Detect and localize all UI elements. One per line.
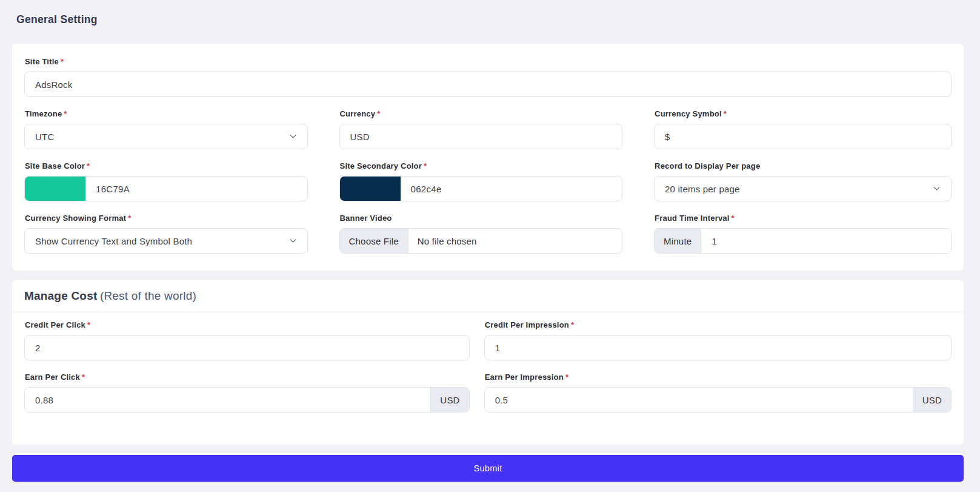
currency-format-label: Currency Showing Format* <box>25 214 308 223</box>
timezone-selected-value: UTC <box>35 132 54 142</box>
choose-file-button[interactable]: Choose File <box>340 229 408 253</box>
field-site-title: Site Title* <box>24 57 952 97</box>
row-earn: Earn Per Click* USD Earn Per Impression*… <box>24 372 952 413</box>
site-secondary-color-label-text: Site Secondary Color <box>340 161 422 170</box>
row-timezone-currency-symbol: Timezone* UTC Currency* Currency Symbol* <box>24 109 952 149</box>
earn-per-impression-group: USD <box>484 387 952 413</box>
field-currency-format: Currency Showing Format* Show Currency T… <box>24 214 308 254</box>
currency-symbol-label: Currency Symbol* <box>655 109 952 118</box>
required-asterisk: * <box>424 161 427 170</box>
manage-cost-card: Manage Cost (Rest of the world) Credit P… <box>12 280 964 445</box>
manage-cost-subtitle: (Rest of the world) <box>100 289 196 302</box>
currency-format-selected-value: Show Currency Text and Symbol Both <box>35 236 192 246</box>
field-site-secondary-color: Site Secondary Color* 062c4e <box>339 161 623 201</box>
field-credit-per-impression: Credit Per Impression* <box>484 320 952 360</box>
fraud-time-interval-group: Minute <box>654 228 952 254</box>
earn-per-click-group: USD <box>24 387 470 413</box>
chevron-down-icon <box>288 132 298 142</box>
usd-addon-label: USD <box>430 388 468 412</box>
banner-video-file-input[interactable]: Choose File No file chosen <box>339 228 623 254</box>
currency-format-select[interactable]: Show Currency Text and Symbol Both <box>24 228 308 254</box>
records-per-page-label: Record to Display Per page <box>655 161 952 170</box>
manage-cost-title: Manage Cost <box>24 289 97 302</box>
site-secondary-color-label: Site Secondary Color* <box>340 161 623 170</box>
earn-per-click-label: Earn Per Click* <box>25 372 470 382</box>
currency-label: Currency* <box>340 109 623 118</box>
chevron-down-icon <box>288 236 298 246</box>
field-site-base-color: Site Base Color* 16C79A <box>24 161 308 201</box>
minute-addon-label: Minute <box>655 229 701 253</box>
required-asterisk: * <box>87 320 90 329</box>
credit-per-click-label-text: Credit Per Click <box>25 320 85 329</box>
required-asterisk: * <box>61 57 64 66</box>
currency-symbol-input[interactable] <box>654 124 952 149</box>
records-per-page-label-text: Record to Display Per page <box>655 161 760 170</box>
earn-per-click-label-text: Earn Per Click <box>25 372 80 382</box>
banner-video-label: Banner Video <box>340 214 623 223</box>
base-color-hex-value: 16C79A <box>85 177 140 201</box>
credit-per-impression-label-text: Credit Per Impression <box>485 320 569 329</box>
credit-per-impression-input[interactable] <box>484 335 952 360</box>
secondary-color-hex-value: 062c4e <box>401 177 452 201</box>
field-currency-symbol: Currency Symbol* <box>654 109 952 149</box>
field-earn-per-impression: Earn Per Impression* USD <box>484 372 952 413</box>
required-asterisk: * <box>82 372 85 382</box>
manage-cost-body: Credit Per Click* Credit Per Impression*… <box>12 312 964 445</box>
banner-video-label-text: Banner Video <box>340 214 392 223</box>
field-currency: Currency* <box>339 109 623 149</box>
earn-per-impression-label-text: Earn Per Impression <box>485 372 564 382</box>
site-title-label: Site Title* <box>25 57 952 66</box>
credit-per-click-label: Credit Per Click* <box>25 320 470 329</box>
field-earn-per-click: Earn Per Click* USD <box>24 372 470 413</box>
fraud-time-interval-input[interactable] <box>701 229 951 253</box>
row-format-video-fraud: Currency Showing Format* Show Currency T… <box>24 214 952 254</box>
site-base-color-input[interactable]: 16C79A <box>24 176 308 201</box>
timezone-select[interactable]: UTC <box>24 124 308 149</box>
credit-per-click-input[interactable] <box>24 335 470 360</box>
required-asterisk: * <box>732 214 735 223</box>
usd-addon-label: USD <box>913 388 951 412</box>
field-banner-video: Banner Video Choose File No file chosen <box>339 214 623 254</box>
manage-cost-header: Manage Cost (Rest of the world) <box>12 280 964 312</box>
currency-label-text: Currency <box>340 109 376 118</box>
required-asterisk: * <box>64 109 67 118</box>
site-base-color-label-text: Site Base Color <box>25 161 85 170</box>
settings-page: General Setting Site Title* Timezone* UT… <box>0 0 980 482</box>
earn-per-impression-label: Earn Per Impression* <box>485 372 952 382</box>
chevron-down-icon <box>932 184 942 194</box>
site-base-color-label: Site Base Color* <box>25 161 308 170</box>
submit-button[interactable]: Submit <box>12 455 964 482</box>
secondary-color-swatch[interactable] <box>340 177 401 201</box>
site-title-input[interactable] <box>24 72 952 97</box>
fraud-time-interval-label: Fraud Time Interval* <box>655 214 952 223</box>
earn-per-impression-input[interactable] <box>485 388 913 412</box>
base-color-swatch[interactable] <box>25 177 85 201</box>
earn-per-click-input[interactable] <box>25 388 430 412</box>
fraud-time-interval-label-text: Fraud Time Interval <box>655 214 730 223</box>
currency-symbol-label-text: Currency Symbol <box>655 109 722 118</box>
row-colors-records: Site Base Color* 16C79A Site Secondary C… <box>24 161 952 201</box>
required-asterisk: * <box>377 109 380 118</box>
field-timezone: Timezone* UTC <box>24 109 308 149</box>
required-asterisk: * <box>724 109 727 118</box>
required-asterisk: * <box>571 320 574 329</box>
required-asterisk: * <box>128 214 131 223</box>
credit-per-impression-label: Credit Per Impression* <box>485 320 952 329</box>
site-title-label-text: Site Title <box>25 57 59 66</box>
currency-input[interactable] <box>339 124 623 149</box>
timezone-label-text: Timezone <box>25 109 62 118</box>
field-records-per-page: Record to Display Per page 20 items per … <box>654 161 952 201</box>
field-fraud-time-interval: Fraud Time Interval* Minute <box>654 214 952 254</box>
row-credit: Credit Per Click* Credit Per Impression* <box>24 320 952 360</box>
required-asterisk: * <box>565 372 568 382</box>
general-settings-card: Site Title* Timezone* UTC Currency* Curr… <box>12 44 964 271</box>
timezone-label: Timezone* <box>25 109 308 118</box>
site-secondary-color-input[interactable]: 062c4e <box>339 176 623 201</box>
field-credit-per-click: Credit Per Click* <box>24 320 470 360</box>
records-per-page-select[interactable]: 20 items per page <box>654 176 952 201</box>
currency-format-label-text: Currency Showing Format <box>25 214 126 223</box>
page-title: General Setting <box>16 13 964 25</box>
file-chosen-status: No file chosen <box>408 229 486 253</box>
required-asterisk: * <box>87 161 90 170</box>
records-per-page-selected-value: 20 items per page <box>665 184 739 194</box>
